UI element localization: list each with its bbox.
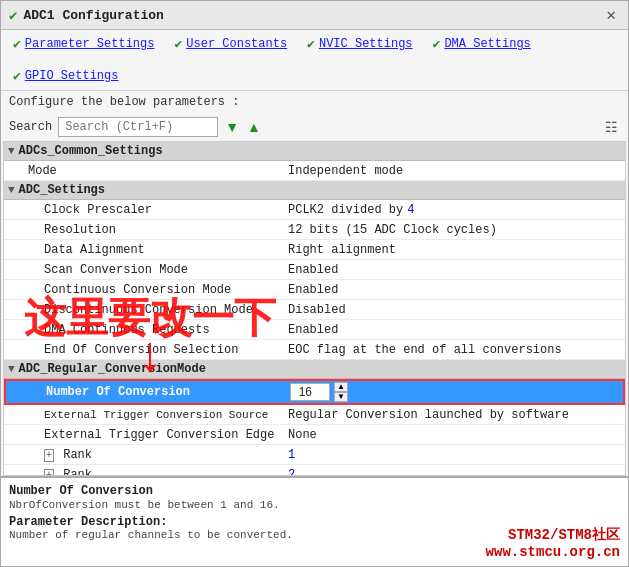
row-value: EOC flag at the end of all conversions bbox=[288, 343, 621, 357]
spin-arrows: ▲ ▼ bbox=[334, 382, 348, 402]
row-label: Continuous Conversion Mode bbox=[8, 283, 288, 297]
search-input[interactable] bbox=[58, 117, 218, 137]
row-scan-conversion[interactable]: Scan Conversion Mode Enabled bbox=[4, 260, 625, 280]
row-data-alignment[interactable]: Data Alignment Right alignment bbox=[4, 240, 625, 260]
tab-user-constants[interactable]: ✔ User Constants bbox=[170, 34, 291, 54]
row-value: Enabled bbox=[288, 263, 621, 277]
tree-container[interactable]: ▼ ADCs_Common_Settings Mode Independent … bbox=[3, 141, 626, 476]
row-value: PCLK2 divided by 4 bbox=[288, 203, 621, 217]
tab-label: DMA Settings bbox=[444, 37, 530, 51]
section-adc-regular[interactable]: ▼ ADC_Regular_ConversionMode bbox=[4, 360, 625, 379]
tab-check-icon: ✔ bbox=[174, 36, 182, 52]
row-label: Number Of Conversion bbox=[10, 385, 290, 399]
row-value: Independent mode bbox=[288, 164, 621, 178]
plus-icon[interactable]: + bbox=[44, 469, 54, 477]
section-label: ADCs_Common_Settings bbox=[19, 144, 163, 158]
watermark-line2: www.stmcu.org.cn bbox=[486, 544, 620, 560]
window-title: ADC1 Configuration bbox=[23, 8, 163, 23]
tab-check-icon: ✔ bbox=[307, 36, 315, 52]
row-value: None bbox=[288, 428, 621, 442]
number-of-conversion-input[interactable] bbox=[290, 383, 330, 401]
tab-label: User Constants bbox=[186, 37, 287, 51]
tab-gpio-settings[interactable]: ✔ GPIO Settings bbox=[9, 66, 122, 86]
row-trigger-source[interactable]: External Trigger Conversion Source Regul… bbox=[4, 405, 625, 425]
row-value: 2 bbox=[288, 468, 621, 477]
row-value: 12 bits (15 ADC Clock cycles) bbox=[288, 223, 621, 237]
row-rank-2[interactable]: + Rank 2 bbox=[4, 465, 625, 476]
section-label: ADC_Settings bbox=[19, 183, 105, 197]
title-bar: ✔ ADC1 Configuration ✕ bbox=[1, 1, 628, 30]
row-label: + Rank bbox=[8, 468, 288, 477]
row-eoc-selection[interactable]: End Of Conversion Selection EOC flag at … bbox=[4, 340, 625, 360]
search-row: Search ▼ ▲ ☷ bbox=[1, 113, 628, 141]
row-value: Right alignment bbox=[288, 243, 621, 257]
tab-label: Parameter Settings bbox=[25, 37, 155, 51]
row-label: Discontinuous Conversion Mode bbox=[8, 303, 288, 317]
bottom-desc: NbrOfConversion must be between 1 and 16… bbox=[9, 499, 620, 511]
collapse-icon[interactable]: ▼ bbox=[8, 184, 15, 196]
row-value: 1 bbox=[288, 448, 621, 462]
section-adcs-common[interactable]: ▼ ADCs_Common_Settings bbox=[4, 142, 625, 161]
tab-dma-settings[interactable]: ✔ DMA Settings bbox=[429, 34, 535, 54]
plus-icon[interactable]: + bbox=[44, 449, 54, 462]
row-trigger-edge[interactable]: External Trigger Conversion Edge None bbox=[4, 425, 625, 445]
row-value: Regular Conversion launched by software bbox=[288, 408, 621, 422]
search-next-button[interactable]: ▼ bbox=[224, 118, 240, 136]
search-prev-button[interactable]: ▲ bbox=[246, 118, 262, 136]
row-label: DMA Continuous Requests bbox=[8, 323, 288, 337]
rank-value: 2 bbox=[288, 468, 295, 477]
row-number-of-conversion[interactable]: Number Of Conversion ▲ ▼ bbox=[4, 379, 625, 405]
bottom-title: Number Of Conversion bbox=[9, 484, 620, 498]
row-value: Enabled bbox=[288, 283, 621, 297]
subtitle: Configure the below parameters : bbox=[1, 91, 628, 113]
collapse-icon[interactable]: ▼ bbox=[8, 363, 15, 375]
row-label: Resolution bbox=[8, 223, 288, 237]
bottom-panel: Number Of Conversion NbrOfConversion mus… bbox=[1, 476, 628, 566]
row-value: ▲ ▼ bbox=[290, 382, 619, 402]
row-label: + Rank bbox=[8, 448, 288, 462]
title-bar-left: ✔ ADC1 Configuration bbox=[9, 7, 164, 24]
row-label: Mode bbox=[8, 164, 288, 178]
row-label: Clock Prescaler bbox=[8, 203, 288, 217]
row-rank-1[interactable]: + Rank 1 bbox=[4, 445, 625, 465]
rank-value: 1 bbox=[288, 448, 295, 462]
tab-parameter-settings[interactable]: ✔ Parameter Settings bbox=[9, 34, 158, 54]
tab-check-icon: ✔ bbox=[13, 36, 21, 52]
tab-label: GPIO Settings bbox=[25, 69, 119, 83]
value-link: 4 bbox=[407, 203, 414, 217]
row-label: Data Alignment bbox=[8, 243, 288, 257]
main-window: ✔ ADC1 Configuration ✕ ✔ Parameter Setti… bbox=[0, 0, 629, 567]
tab-check-icon: ✔ bbox=[13, 68, 21, 84]
spin-down-button[interactable]: ▼ bbox=[334, 392, 348, 402]
row-mode[interactable]: Mode Independent mode bbox=[4, 161, 625, 181]
search-label: Search bbox=[9, 120, 52, 134]
row-dma-requests[interactable]: DMA Continuous Requests Enabled bbox=[4, 320, 625, 340]
grid-view-button[interactable]: ☷ bbox=[603, 117, 620, 137]
row-label: End Of Conversion Selection bbox=[8, 343, 288, 357]
tab-check-icon: ✔ bbox=[433, 36, 441, 52]
row-resolution[interactable]: Resolution 12 bits (15 ADC Clock cycles) bbox=[4, 220, 625, 240]
row-clock-prescaler[interactable]: Clock Prescaler PCLK2 divided by 4 bbox=[4, 200, 625, 220]
watermark-line1: STM32/STM8社区 bbox=[486, 526, 620, 544]
tab-label: NVIC Settings bbox=[319, 37, 413, 51]
row-value: Enabled bbox=[288, 323, 621, 337]
section-adc-settings[interactable]: ▼ ADC_Settings bbox=[4, 181, 625, 200]
tab-nvic-settings[interactable]: ✔ NVIC Settings bbox=[303, 34, 416, 54]
collapse-icon[interactable]: ▼ bbox=[8, 145, 15, 157]
row-discontinuous-conversion[interactable]: Discontinuous Conversion Mode Disabled bbox=[4, 300, 625, 320]
close-button[interactable]: ✕ bbox=[602, 5, 620, 25]
row-label: External Trigger Conversion Edge bbox=[8, 428, 288, 442]
row-label: Scan Conversion Mode bbox=[8, 263, 288, 277]
row-value: Disabled bbox=[288, 303, 621, 317]
spin-up-button[interactable]: ▲ bbox=[334, 382, 348, 392]
watermark: STM32/STM8社区 www.stmcu.org.cn bbox=[486, 526, 620, 560]
tabs-row: ✔ Parameter Settings ✔ User Constants ✔ … bbox=[1, 30, 628, 91]
section-label: ADC_Regular_ConversionMode bbox=[19, 362, 206, 376]
adc-icon: ✔ bbox=[9, 7, 17, 24]
row-label: External Trigger Conversion Source bbox=[8, 409, 288, 421]
row-continuous-conversion[interactable]: Continuous Conversion Mode Enabled bbox=[4, 280, 625, 300]
